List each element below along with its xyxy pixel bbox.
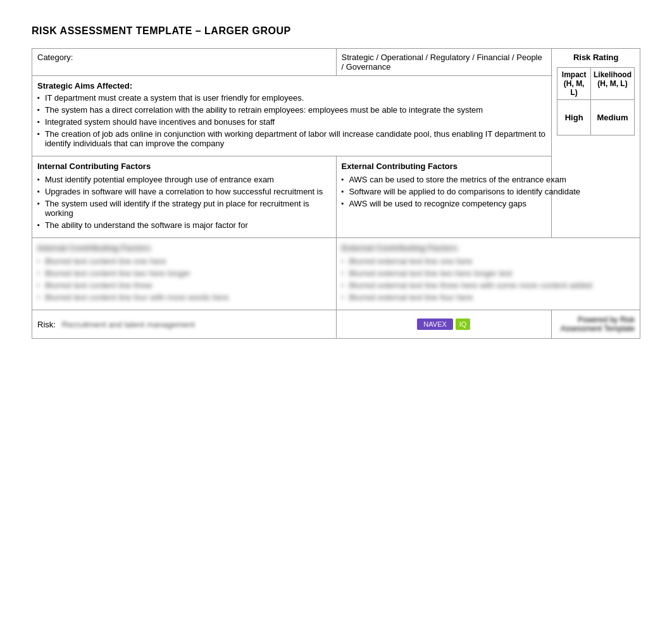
external-factors-list: ▪ AWS can be used to store the metrics o… xyxy=(342,175,635,208)
impact-value: High xyxy=(557,100,591,136)
blurred-internal-cell: Internal Contributing Factors ▪ Blurred … xyxy=(32,238,337,310)
risk-assessment-table: Category: Strategic / Operational / Regu… xyxy=(32,48,640,339)
impact-header: Impact (H, M, L) xyxy=(557,68,591,100)
category-row: Category: Strategic / Operational / Regu… xyxy=(32,49,640,76)
logo-text: NAVEX xyxy=(417,318,452,330)
bottom-right-cell: Powered by Risk Assessment Template xyxy=(552,310,640,339)
contributing-factors-row: Internal Contributing Factors ▪ Must ide… xyxy=(32,156,640,238)
list-item: ▪ Blurred text content line three xyxy=(37,281,331,290)
list-item: ▪ Blurred external text line three here … xyxy=(342,281,635,290)
blurred-internal-header: Internal Contributing Factors xyxy=(37,243,331,253)
list-item: ▪ The system used will identify if the s… xyxy=(37,199,331,218)
category-values: Strategic / Operational / Regulatory / F… xyxy=(336,49,552,76)
list-item: ▪ The ability to understand the software… xyxy=(37,220,331,230)
logo-suffix: IQ xyxy=(456,318,471,330)
list-item: ▪ AWS can be used to store the metrics o… xyxy=(342,175,635,184)
bottom-row: Risk: Recruitment and talent management … xyxy=(32,310,640,339)
blurred-external-cell: External Contributing Factors ▪ Blurred … xyxy=(336,238,640,310)
risk-value: Recruitment and talent management xyxy=(62,320,195,329)
list-item: ▪ Blurred text content line four with mo… xyxy=(37,293,331,302)
list-item: ▪ The creation of job ads online in conj… xyxy=(37,129,546,148)
powered-by-text: Powered by Risk Assessment Template xyxy=(561,315,635,333)
list-item: ▪ AWS will be used to recognize competen… xyxy=(342,199,635,208)
blurred-internal-list: ▪ Blurred text content line one here ▪ B… xyxy=(37,256,331,302)
risk-label: Risk: xyxy=(37,320,56,329)
list-item: ▪ Blurred external text line two here lo… xyxy=(342,268,635,278)
strategic-aims-row: Strategic Aims Affected: ▪ IT department… xyxy=(32,76,640,156)
category-label: Category: xyxy=(32,49,337,76)
logo-container: NAVEX IQ xyxy=(417,318,470,330)
strategic-aims-header: Strategic Aims Affected: xyxy=(37,81,546,93)
blurred-external-list: ▪ Blurred external text line one here ▪ … xyxy=(342,256,635,302)
list-item: ▪ Blurred text content line two here lon… xyxy=(37,268,331,278)
bottom-center-cell: NAVEX IQ xyxy=(336,310,552,339)
list-item: ▪ The system has a direct correlation wi… xyxy=(37,105,546,115)
external-factors-cell: External Contributing Factors ▪ AWS can … xyxy=(336,156,640,238)
list-item: ▪ Blurred external text line one here xyxy=(342,256,635,266)
list-item: ▪ Must identify potential employee throu… xyxy=(37,175,331,184)
list-item: ▪ Upgrades in software will have a corre… xyxy=(37,187,331,196)
external-factors-header: External Contributing Factors xyxy=(342,161,635,171)
internal-factors-header: Internal Contributing Factors xyxy=(37,161,331,171)
risk-rating-header: Risk Rating xyxy=(557,53,635,62)
blurred-contributing-row: Internal Contributing Factors ▪ Blurred … xyxy=(32,238,640,310)
internal-factors-cell: Internal Contributing Factors ▪ Must ide… xyxy=(32,156,337,238)
likelihood-header: Likelihood (H, M, L) xyxy=(591,68,635,100)
list-item: ▪ IT department must create a system tha… xyxy=(37,93,546,103)
list-item: ▪ Software will be applied to do compari… xyxy=(342,187,635,196)
internal-factors-list: ▪ Must identify potential employee throu… xyxy=(37,175,331,230)
strategic-aims-list: ▪ IT department must create a system tha… xyxy=(37,93,546,148)
list-item: ▪ Integrated system should have incentiv… xyxy=(37,117,546,127)
bottom-left-cell: Risk: Recruitment and talent management xyxy=(32,310,337,339)
page-title: RISK ASSESSMENT TEMPLATE – LARGER GROUP xyxy=(32,25,640,37)
list-item: ▪ Blurred external text line four here xyxy=(342,293,635,302)
blurred-external-header: External Contributing Factors xyxy=(342,243,635,253)
likelihood-value: Medium xyxy=(591,100,635,136)
list-item: ▪ Blurred text content line one here xyxy=(37,256,331,266)
